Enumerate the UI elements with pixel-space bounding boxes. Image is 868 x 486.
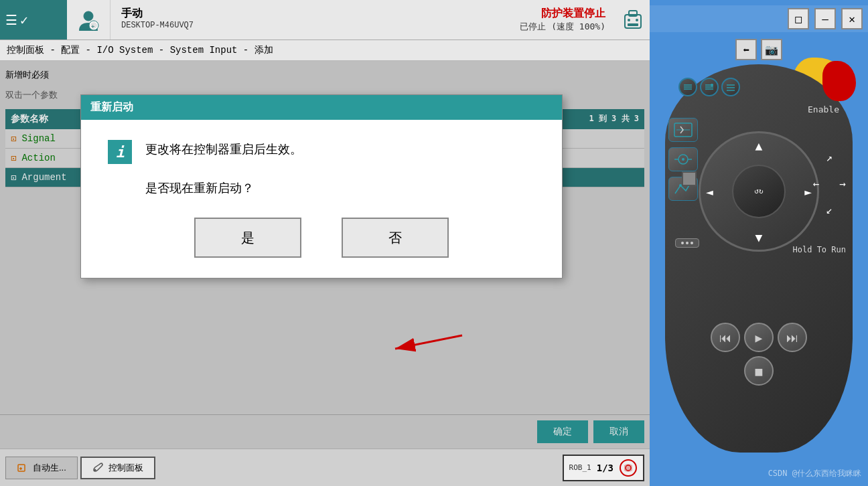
svg-text:+: + [91,23,95,29]
restart-dialog: 重新启动 i 更改将在控制器重启后生效。 是否现在重新启动？ 是 否 [80,94,563,278]
list-icon [725,82,736,92]
controller-body: Enable [658,64,859,466]
header-user: + [67,0,111,39]
top-btn-1[interactable] [678,78,697,96]
left-controls [668,118,698,201]
small-square-button[interactable] [682,171,697,186]
right-right-arrow[interactable]: → [839,177,846,190]
dialog-line2: 是否现在重新启动？ [145,179,302,198]
app-area: ☰ ✓ + 手动 防护装置停止 DESKTOP-M46UVQ7 已停止 [0,0,650,486]
three-dots-button[interactable] [675,238,699,248]
dot2 [686,242,689,244]
svg-point-24 [711,84,713,86]
robot-name: ROB_1 [569,463,591,472]
dpad-up[interactable]: ▲ [755,139,763,153]
play-button[interactable]: ▶ [744,323,774,352]
control-panel-button[interactable]: 控制面板 [80,457,155,479]
forward-media-button[interactable]: ⏭ [778,323,807,352]
dialog-overlay: 重新启动 i 更改将在控制器重启后生效。 是否现在重新启动？ 是 否 [0,61,650,449]
dpad-outer: ▲ ▼ ◄ ► ↺↻ [699,131,819,252]
hamburger-icon[interactable]: ☰ [5,12,17,28]
robot-icon [616,0,650,39]
hold-to-run-label: Hold To Run [793,245,846,254]
user-icon: + [75,7,102,33]
dpad-inner: ↺↻ [732,165,786,218]
back-button[interactable]: ⬅ [735,39,757,60]
right-arrows: ↗ ← → ↙ [813,151,846,216]
top-btn-3[interactable] [721,78,740,96]
right-left-arrow[interactable]: ← [813,177,820,190]
info-icon: i [108,140,132,164]
dot3 [691,242,693,244]
main-content: 新增时必须 双击一个参数 参数名称 1 到 3 共 3 ⊡ Signal ⊡ A… [0,61,650,449]
header-hostname: DESKTOP-M46UVQ7 [121,21,194,33]
restore-button[interactable]: □ [788,8,809,29]
controller-top-bar: □ — ✕ [650,5,868,32]
enable-label: Enable [808,104,839,114]
speed-icon [674,123,693,137]
footer-bar: 自动生... 控制面板 ROB_1 1/3 [0,449,650,486]
dialog-text: 更改将在控制器重启后生效。 是否现在重新启动？ [145,140,302,197]
svg-rect-9 [628,23,638,26]
svg-point-8 [636,19,638,21]
right-down-arrow[interactable]: ↙ [826,204,833,216]
back-media-button[interactable]: ⏮ [711,323,740,352]
checkmark-icon[interactable]: ✓ [20,12,28,28]
breadcrumb: 控制面板 - 配置 - I/O System - System Input - … [0,40,650,61]
motion-icon [674,152,693,167]
yes-button[interactable]: 是 [194,218,301,258]
dot1 [681,242,684,244]
auto-generate-label: 自动生... [33,462,66,474]
lines-icon [682,82,693,92]
header-top-row: 手动 防护装置停止 [121,7,605,21]
svg-point-7 [628,19,630,21]
footer-left: 自动生... 控制面板 [5,457,155,479]
menu-icon [704,82,715,92]
header-bar: ☰ ✓ + 手动 防护装置停止 DESKTOP-M46UVQ7 已停止 [0,0,650,40]
camera-button[interactable]: 📷 [761,39,782,60]
right-panel: □ — ✕ ⬅ 📷 [650,0,868,486]
no-button[interactable]: 否 [342,218,449,258]
top-btn-2[interactable] [700,78,719,96]
robot-footer-icon [619,459,638,477]
right-up-arrow[interactable]: ↗ [826,151,833,164]
svg-point-15 [94,469,96,471]
svg-point-0 [84,11,93,21]
stop-button[interactable]: ■ [744,356,774,386]
header-mode: 手动 [121,7,143,21]
dialog-body: i 更改将在控制器重启后生效。 是否现在重新启动？ 是 否 [81,120,562,278]
watermark: CSDN @什么东西给我眯眯 [768,468,861,479]
dialog-info-row: i 更改将在控制器重启后生效。 是否现在重新启动？ [108,140,535,197]
wrench-icon [92,462,104,474]
dialog-buttons: 是 否 [108,218,535,258]
dpad-area: ▲ ▼ ◄ ► ↺↻ [699,131,819,252]
controller-secondary-bar: ⬅ 📷 [730,37,788,62]
dialog-line1: 更改将在控制器重启后生效。 [145,140,302,159]
header-info: 手动 防护装置停止 DESKTOP-M46UVQ7 已停止 (速度 100%) [111,0,616,39]
header-left: ☰ ✓ [0,0,67,39]
dpad-right[interactable]: ► [804,185,812,199]
left-ctrl-btn-2[interactable] [668,147,698,171]
bottom-button-cluster: ⏮ ▶ ⏭ ■ [711,323,807,386]
minimize-button[interactable]: — [814,8,836,29]
close-button[interactable]: ✕ [841,8,863,29]
auto-generate-button[interactable]: 自动生... [5,457,78,479]
control-panel-label: 控制面板 [108,462,143,474]
dpad-left[interactable]: ◄ [706,185,713,199]
header-substatus: 已停止 (速度 100%) [520,21,605,33]
top-button-cluster [678,78,740,96]
robot-fraction: 1/3 [597,463,613,473]
auto-icon [17,462,29,474]
emergency-stop-button[interactable] [822,61,856,101]
header-status: 防护装置停止 [541,7,605,21]
dialog-titlebar: 重新启动 [81,95,562,120]
rotate-arrows: ↺↻ [754,187,763,195]
footer-robot: ROB_1 1/3 [563,455,644,481]
svg-rect-12 [18,465,25,471]
dpad-down[interactable]: ▼ [755,230,763,244]
left-ctrl-btn-1[interactable] [668,118,698,142]
svg-point-33 [682,158,684,161]
